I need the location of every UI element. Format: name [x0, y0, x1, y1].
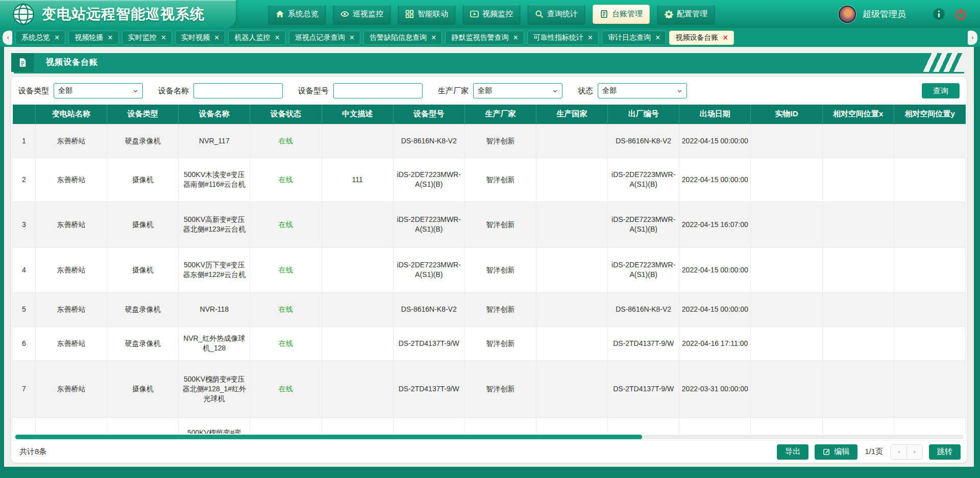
nav-button-ledger[interactable]: 台账管理 — [593, 5, 650, 24]
cell — [751, 124, 822, 158]
filter-bar: 设备类型 全部 设备名称 设备型号 生产厂家 全 — [11, 77, 967, 105]
table-row[interactable]: 3东善桥站摄像机500KV高新变#变压器北侧#123#云台机在线iDS-2DE7… — [13, 202, 966, 247]
manufacturer-label: 生产厂家 — [438, 86, 469, 96]
cell — [13, 417, 36, 434]
cell: 7 — [13, 360, 36, 417]
column-header: 设备状态 — [250, 105, 322, 124]
tab-实时视频[interactable]: 实时视频× — [175, 31, 225, 45]
device-type-select[interactable]: 全部 — [54, 83, 143, 98]
logout-power-icon[interactable] — [954, 8, 967, 20]
cell — [322, 417, 393, 434]
tab-系统总览[interactable]: 系统总览× — [15, 31, 65, 45]
nav-button-gear[interactable]: 配置管理 — [657, 5, 715, 24]
cell — [751, 202, 822, 247]
video-icon — [470, 10, 479, 18]
tabs-scroll-right-icon[interactable] — [968, 31, 977, 45]
table-row[interactable]: 4东善桥站摄像机500KV历下变#变压器东侧#122#云台机在线iDS-2DE7… — [13, 247, 966, 292]
nav-button-eye[interactable]: 巡视监控 — [333, 5, 390, 24]
close-icon[interactable]: × — [431, 34, 436, 42]
cell: DS-8616N-K8-V2 — [393, 124, 464, 158]
table-row[interactable]: 6东善桥站硬盘录像机NVR_红外热成像球机_128在线DS-2TD4137T-9… — [13, 326, 966, 360]
prev-page-button[interactable] — [891, 445, 906, 459]
tab-bar: 系统总览×视频轮播×实时监控×实时视频×机器人监控×巡视点记录查询×告警缺陷信息… — [0, 28, 980, 47]
tabs-scroll-left-icon[interactable] — [3, 31, 12, 45]
horizontal-scrollbar[interactable] — [14, 435, 964, 439]
cell — [464, 417, 536, 434]
main-nav: 系统总览巡视监控智能联动视频监控查询统计台账管理配置管理 — [268, 5, 715, 24]
nav-button-search[interactable]: 查询统计 — [528, 5, 585, 24]
workspace: 视频设备台账 设备类型 全部 设备名称 设备型号 — [4, 47, 974, 467]
cell: NVR-118 — [179, 292, 250, 326]
close-icon[interactable]: × — [655, 34, 660, 42]
chevron-down-icon — [677, 88, 682, 94]
export-button[interactable]: 导出 — [777, 444, 808, 460]
column-header: 设备型号 — [393, 105, 464, 124]
cell: 在线 — [250, 202, 322, 247]
cell — [751, 326, 822, 360]
close-icon[interactable]: × — [161, 34, 166, 42]
tab-审计日志查询[interactable]: 审计日志查询× — [602, 31, 666, 45]
column-header: 设备类型 — [107, 105, 179, 124]
cell: 在线 — [250, 247, 322, 292]
close-icon[interactable]: × — [350, 34, 354, 42]
device-model-filter: 设备型号 — [298, 83, 423, 98]
close-icon[interactable]: × — [723, 34, 727, 42]
close-icon[interactable]: × — [55, 34, 59, 42]
cell: 东善桥站 — [36, 124, 107, 158]
device-name-input[interactable] — [193, 83, 283, 98]
close-icon[interactable]: × — [214, 34, 219, 42]
avatar[interactable] — [839, 6, 856, 23]
status-select[interactable]: 全部 — [598, 83, 687, 98]
cell — [894, 360, 965, 417]
edit-icon — [823, 448, 830, 456]
cell: iDS-2DE7223MWR-A(S1)(B) — [608, 202, 679, 247]
nav-button-link-grid[interactable]: 智能联动 — [398, 5, 455, 24]
table-row[interactable]: 7东善桥站摄像机500KV槐荫变#变压器北侧#128_1#红外光球机在线DS-2… — [13, 360, 966, 417]
edit-button[interactable]: 编辑 — [815, 444, 857, 460]
tab-视频轮播[interactable]: 视频轮播× — [68, 31, 118, 45]
tab-静默监视告警查询[interactable]: 静默监视告警查询× — [445, 31, 524, 45]
column-header: 相对空间位置y — [894, 105, 965, 124]
nav-button-video[interactable]: 视频监控 — [463, 5, 520, 24]
table-footer: 共计8条 导出 编辑 1/1页 跳转 — [11, 440, 967, 463]
cell: 摄像机 — [107, 247, 179, 292]
nav-button-home[interactable]: 系统总览 — [268, 5, 326, 24]
cell: 500KV历下变#变压器东侧#122#云台机 — [179, 247, 250, 292]
cell — [322, 360, 393, 417]
device-type-filter: 设备类型 全部 — [18, 83, 143, 98]
scrollbar-thumb[interactable] — [15, 435, 642, 439]
manufacturer-value: 全部 — [478, 86, 492, 95]
close-icon[interactable]: × — [588, 34, 593, 42]
close-icon[interactable]: × — [275, 34, 279, 42]
jump-button[interactable]: 跳转 — [929, 444, 961, 460]
cell: 在线 — [250, 326, 322, 360]
cell — [536, 326, 607, 360]
tab-巡视点记录查询[interactable]: 巡视点记录查询× — [289, 31, 360, 45]
tab-视频设备台账[interactable]: 视频设备台账× — [669, 31, 733, 45]
cell: 智洋创新 — [464, 326, 536, 360]
cell: 2022-04-15 00:00:00 — [679, 292, 751, 326]
cell — [107, 417, 179, 434]
cell: 2 — [13, 158, 36, 202]
info-icon[interactable] — [933, 8, 945, 20]
query-button[interactable]: 查询 — [922, 83, 960, 98]
tab-可靠性指标统计[interactable]: 可靠性指标统计× — [527, 31, 599, 45]
table-row[interactable]: 2东善桥站摄像机500KV木渎变#变压器南侧#116#云台机在线111iDS-2… — [13, 158, 966, 202]
tab-机器人监控[interactable]: 机器人监控× — [228, 31, 285, 45]
tab-告警缺陷信息查询[interactable]: 告警缺陷信息查询× — [363, 31, 442, 45]
device-model-input[interactable] — [333, 83, 423, 98]
manufacturer-select[interactable]: 全部 — [473, 83, 562, 98]
tab-实时监控[interactable]: 实时监控× — [122, 31, 172, 45]
cell: 500KV高新变#变压器北侧#123#云台机 — [179, 202, 250, 247]
page-title: 视频设备台账 — [46, 57, 98, 68]
table-row[interactable]: 1东善桥站硬盘录像机NVR_117在线DS-8616N-K8-V2智洋创新DS-… — [13, 124, 966, 158]
table-row[interactable]: 500KV槐荫变#变 — [13, 417, 966, 434]
gear-icon — [665, 10, 673, 18]
next-page-button[interactable] — [906, 445, 922, 459]
cell: 东善桥站 — [36, 292, 107, 326]
table-row[interactable]: 5东善桥站硬盘录像机NVR-118在线DS-8616N-K8-V2智洋创新DS-… — [13, 292, 966, 326]
close-icon[interactable]: × — [513, 34, 518, 42]
close-icon[interactable]: × — [108, 34, 112, 42]
cell: NVR_红外热成像球机_128 — [179, 326, 250, 360]
cell: DS-2TD4137T-9/W — [608, 360, 679, 417]
